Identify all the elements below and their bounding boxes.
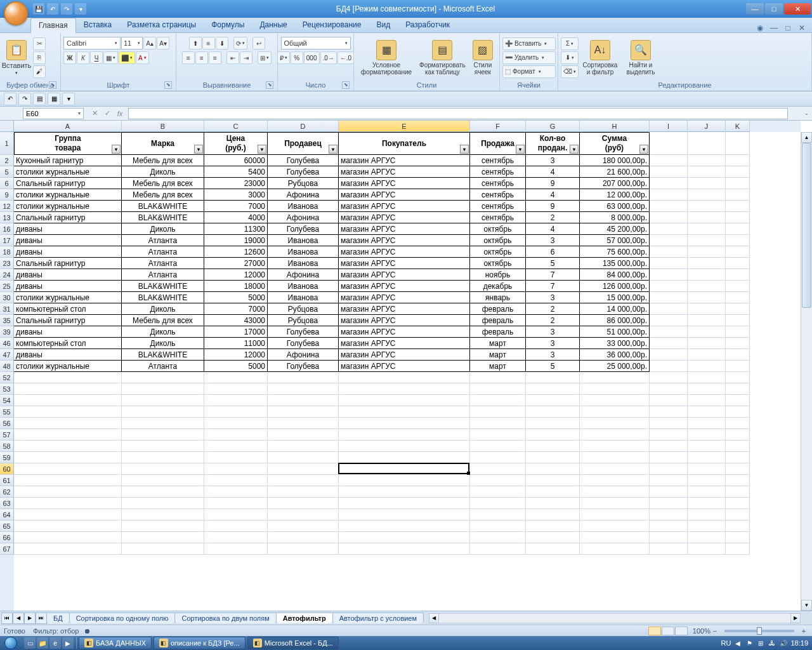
cell-r14-c1[interactable]: Мебель для всех — [122, 315, 204, 326]
cell-r13-c1[interactable]: Диколь — [122, 303, 204, 315]
row-header-62[interactable]: 62 — [0, 486, 14, 498]
cell-r2-c2[interactable]: 23000 — [204, 178, 268, 189]
cell-empty-35-8[interactable] — [650, 543, 688, 555]
cell-empty-31-2[interactable] — [204, 498, 268, 509]
sheet-tab-1[interactable]: Сортировка по одному полю — [69, 613, 176, 623]
cell-empty-25-10[interactable] — [726, 429, 750, 441]
cell-empty-24-9[interactable] — [688, 418, 726, 429]
cell-empty-26-5[interactable] — [470, 441, 526, 452]
cell-r13-c3[interactable]: Рубцова — [268, 303, 339, 315]
number-format-select[interactable]: Общий▾ — [281, 37, 351, 50]
filter-button-2[interactable]: ▾ — [258, 145, 266, 154]
row-headers[interactable]: 1256912131617182324253031353946474852535… — [0, 132, 14, 611]
cell-r2-c10[interactable] — [726, 178, 750, 189]
cell-empty-22-2[interactable] — [204, 395, 268, 406]
font-name-select[interactable]: Calibri▾ — [63, 37, 121, 50]
help-icon[interactable]: ◉ — [755, 23, 765, 32]
cell-r9-c1[interactable]: Атланта — [122, 258, 204, 269]
orientation-button[interactable]: ⟳ — [233, 37, 247, 50]
cell-r1-c5[interactable]: сентябрь — [470, 166, 526, 178]
cell-styles-button[interactable]: ▨Стили ячеек — [469, 37, 497, 79]
cell-empty-21-7[interactable] — [580, 383, 650, 395]
cell-empty-21-9[interactable] — [688, 383, 726, 395]
cell-r16-c4[interactable]: магазин АРГУС — [339, 338, 470, 349]
cell-empty-30-10[interactable] — [726, 486, 750, 498]
cell-empty-22-6[interactable] — [526, 395, 580, 406]
cell-empty-22-1[interactable] — [122, 395, 204, 406]
cell-empty-29-5[interactable] — [470, 475, 526, 486]
cell-r0-c6[interactable]: 3 — [526, 155, 580, 166]
cell-r15-c8[interactable] — [650, 326, 688, 338]
cell-empty-21-10[interactable] — [726, 383, 750, 395]
header-cell-8[interactable] — [650, 132, 688, 155]
cell-r3-c4[interactable]: магазин АРГУС — [339, 189, 470, 201]
cell-empty-29-2[interactable] — [204, 475, 268, 486]
cells-area[interactable]: Группатовара▾Марка▾Цена(руб.)▾Продавец▾П… — [14, 132, 801, 611]
cell-r9-c9[interactable] — [688, 258, 726, 269]
cell-r6-c3[interactable]: Голубева — [268, 223, 339, 235]
cell-empty-32-10[interactable] — [726, 509, 750, 521]
cell-r7-c6[interactable]: 3 — [526, 235, 580, 246]
cell-empty-25-0[interactable] — [14, 429, 122, 441]
cell-empty-21-4[interactable] — [339, 383, 470, 395]
row-header-18[interactable]: 18 — [0, 246, 14, 258]
cell-empty-21-6[interactable] — [526, 383, 580, 395]
cell-empty-34-5[interactable] — [470, 532, 526, 543]
percent-button[interactable]: % — [291, 51, 303, 64]
cell-empty-22-5[interactable] — [470, 395, 526, 406]
cell-empty-28-4[interactable] — [339, 463, 470, 475]
cell-r16-c3[interactable]: Голубева — [268, 338, 339, 349]
cell-r7-c0[interactable]: диваны — [14, 235, 122, 246]
header-cell-2[interactable]: Цена(руб.)▾ — [204, 132, 268, 155]
cell-r17-c6[interactable]: 3 — [526, 349, 580, 361]
italic-button[interactable]: К — [77, 51, 89, 64]
cell-r1-c3[interactable]: Голубева — [268, 166, 339, 178]
col-header-C[interactable]: C — [204, 121, 268, 132]
cell-r18-c3[interactable]: Голубева — [268, 361, 339, 372]
cell-r12-c4[interactable]: магазин АРГУС — [339, 292, 470, 303]
cell-r13-c0[interactable]: компьютерный стол — [14, 303, 122, 315]
cell-empty-32-7[interactable] — [580, 509, 650, 521]
cell-empty-32-0[interactable] — [14, 509, 122, 521]
cell-empty-31-9[interactable] — [688, 498, 726, 509]
cell-empty-33-9[interactable] — [688, 521, 726, 532]
cell-r9-c10[interactable] — [726, 258, 750, 269]
cell-r13-c6[interactable]: 2 — [526, 303, 580, 315]
sheet-nav-last[interactable]: ⏭ — [36, 613, 47, 624]
sheet-nav-first[interactable]: ⏮ — [1, 613, 13, 624]
cell-r1-c7[interactable]: 21 600,00р. — [580, 166, 650, 178]
cell-r12-c9[interactable] — [688, 292, 726, 303]
cell-empty-24-5[interactable] — [470, 418, 526, 429]
maximize-button[interactable]: □ — [765, 3, 783, 15]
grow-font-button[interactable]: A▴ — [143, 37, 156, 50]
ribbon-tab-0[interactable]: Главная — [30, 18, 76, 33]
cell-empty-35-4[interactable] — [339, 543, 470, 555]
cell-r13-c7[interactable]: 14 000,00р. — [580, 303, 650, 315]
minimize-button[interactable]: — — [746, 3, 764, 15]
cell-empty-28-10[interactable] — [726, 463, 750, 475]
increase-indent-button[interactable]: ⇥ — [240, 51, 252, 64]
cell-r11-c0[interactable]: диваны — [14, 281, 122, 292]
cell-r0-c4[interactable]: магазин АРГУС — [339, 155, 470, 166]
cell-r12-c7[interactable]: 15 000,00р. — [580, 292, 650, 303]
cell-empty-28-7[interactable] — [580, 463, 650, 475]
cell-empty-30-2[interactable] — [204, 486, 268, 498]
cell-empty-28-5[interactable] — [470, 463, 526, 475]
cell-empty-22-7[interactable] — [580, 395, 650, 406]
cell-empty-29-0[interactable] — [14, 475, 122, 486]
cell-r9-c6[interactable]: 5 — [526, 258, 580, 269]
cell-empty-21-1[interactable] — [122, 383, 204, 395]
row-header-53[interactable]: 53 — [0, 383, 14, 395]
cell-empty-26-7[interactable] — [580, 441, 650, 452]
cell-r16-c2[interactable]: 11000 — [204, 338, 268, 349]
cell-empty-23-8[interactable] — [650, 406, 688, 418]
cell-empty-25-3[interactable] — [268, 429, 339, 441]
cell-r5-c5[interactable]: сентябрь — [470, 212, 526, 223]
cell-r12-c2[interactable]: 5000 — [204, 292, 268, 303]
cell-r4-c8[interactable] — [650, 201, 688, 212]
row-header-58[interactable]: 58 — [0, 441, 14, 452]
cell-r11-c8[interactable] — [650, 281, 688, 292]
row-header-39[interactable]: 39 — [0, 326, 14, 338]
cell-empty-26-4[interactable] — [339, 441, 470, 452]
cell-r16-c7[interactable]: 33 000,00р. — [580, 338, 650, 349]
